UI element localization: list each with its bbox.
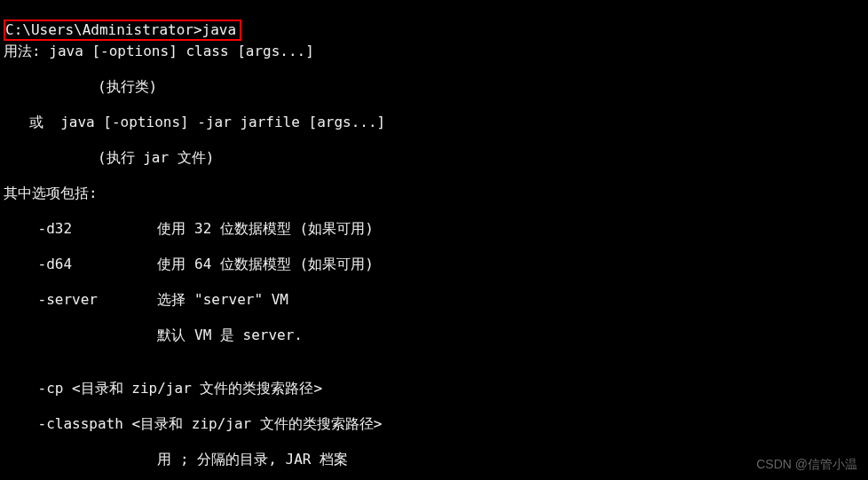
output-line: 或 java [-options] -jar jarfile [args...] [4, 114, 868, 131]
output-line: -d64 使用 64 位数据模型 (如果可用) [4, 256, 868, 273]
output-line: 用法: java [-options] class [args...] [4, 43, 868, 60]
prompt-path: C:\Users\Administrator> [5, 21, 202, 38]
output-line: 其中选项包括: [4, 185, 868, 202]
prompt-line: C:\Users\Administrator>java [4, 20, 241, 41]
output-line: -classpath <目录和 zip/jar 文件的类搜索路径> [4, 415, 868, 433]
output-line: -d32 使用 32 位数据模型 (如果可用) [4, 220, 868, 238]
output-line: (执行类) [4, 78, 868, 96]
command-text[interactable]: java [202, 21, 237, 38]
output-line: (执行 jar 文件) [4, 149, 868, 167]
watermark-text: CSDN @信管小温 [756, 455, 857, 473]
terminal-output: C:\Users\Administrator>java 用法: java [-o… [0, 0, 868, 480]
output-line: 用 ; 分隔的目录, JAR 档案 [4, 451, 868, 468]
output-line: -server 选择 "server" VM [4, 291, 868, 309]
output-line: -cp <目录和 zip/jar 文件的类搜索路径> [4, 380, 868, 397]
output-line: 默认 VM 是 server. [4, 327, 868, 344]
